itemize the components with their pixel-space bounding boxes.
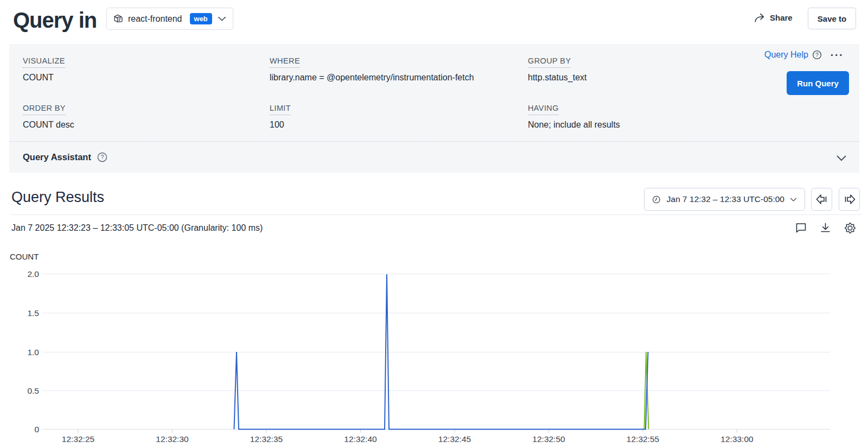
svg-text:12:32:45: 12:32:45 [438,434,471,444]
svg-text:12:32:30: 12:32:30 [156,434,189,444]
svg-text:1.0: 1.0 [27,348,39,357]
svg-text:12:32:55: 12:32:55 [627,434,659,444]
svg-text:1.5: 1.5 [27,308,39,318]
svg-text:12:33:00: 12:33:00 [720,434,754,444]
svg-text:12:32:40: 12:32:40 [344,434,377,444]
svg-text:?: ? [815,52,819,58]
svg-text:12:32:50: 12:32:50 [532,434,565,444]
svg-text:?: ? [100,154,104,160]
svg-text:2.0: 2.0 [27,269,39,279]
svg-text:0.5: 0.5 [27,386,39,395]
svg-text:0: 0 [34,425,39,434]
svg-text:12:32:25: 12:32:25 [62,434,94,444]
svg-text:12:32:35: 12:32:35 [250,434,283,444]
